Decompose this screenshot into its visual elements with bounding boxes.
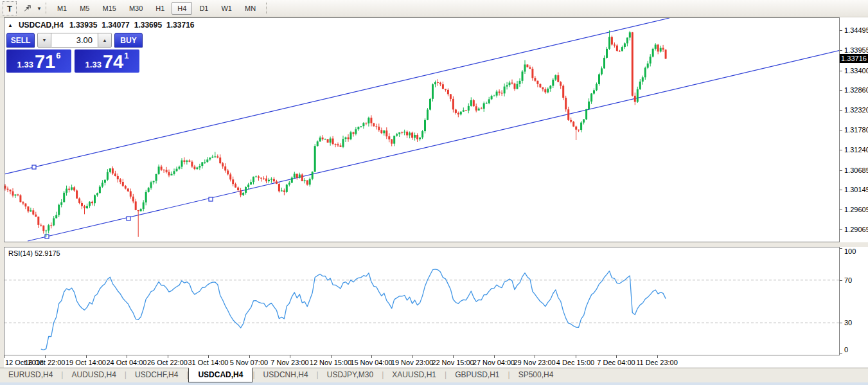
price-axis-label: 1.32320 xyxy=(844,106,868,114)
arrows-tool-icon xyxy=(22,4,33,13)
sell-quote[interactable]: 1.33 71 6 xyxy=(6,49,71,73)
buy-price-sup: 1 xyxy=(124,51,128,60)
channel-handle[interactable] xyxy=(127,217,130,220)
time-axis-tick xyxy=(371,355,372,358)
channel-handle[interactable] xyxy=(45,235,49,238)
rsi-axis-tick xyxy=(840,280,842,281)
rsi-axis-label: 70 xyxy=(844,276,852,285)
timeframe-button-d1[interactable]: D1 xyxy=(193,2,214,15)
price-axis-label: 1.33955 xyxy=(844,46,868,55)
chart-tab-eurusd-h4[interactable]: EURUSD,H4 xyxy=(0,368,61,382)
rsi-canvas[interactable]: RSI(14) 52.9175 xyxy=(4,247,840,355)
time-axis[interactable]: 12 Oct 201816 Oct 22:0019 Oct 14:0024 Oc… xyxy=(4,355,868,368)
price-axis-label: 1.31240 xyxy=(844,146,868,154)
volume-decrease-button[interactable]: ▼ xyxy=(37,33,51,48)
price-axis-label: 1.29065 xyxy=(844,226,868,234)
timeframe-button-h1[interactable]: H1 xyxy=(150,2,170,15)
rsi-value: 52.9175 xyxy=(35,249,60,257)
price-axis-label: 1.30145 xyxy=(844,186,868,194)
price-axis-tick xyxy=(840,90,842,91)
text-tool-button[interactable]: T xyxy=(3,1,17,15)
time-axis-tick xyxy=(331,355,332,358)
current-price-tag: 1.33716 xyxy=(840,54,868,63)
time-axis-tick xyxy=(412,355,413,358)
rsi-axis-label: 30 xyxy=(844,319,852,327)
channel-handle[interactable] xyxy=(32,165,36,169)
sell-price-sup: 6 xyxy=(56,51,60,60)
timeframe-button-group: M1M5M15M30H1H4D1W1MN xyxy=(51,2,262,15)
sell-button[interactable]: SELL xyxy=(6,33,35,48)
time-axis-tick xyxy=(453,355,454,358)
timeframe-button-m1[interactable]: M1 xyxy=(51,2,73,15)
price-axis-tick xyxy=(840,190,842,190)
time-axis-tick xyxy=(535,355,535,358)
time-axis-tick xyxy=(127,355,127,358)
timeframe-button-w1[interactable]: W1 xyxy=(215,2,238,15)
ohlc-close: 1.33716 xyxy=(166,21,194,30)
chart-tab-usdcad-h4[interactable]: USDCAD,H4 xyxy=(188,368,252,382)
toolbar: T ▼ M1M5M15M30H1H4D1W1MN xyxy=(0,0,868,17)
price-axis-tick xyxy=(840,30,842,31)
time-axis-tick xyxy=(208,355,209,358)
ohlc-open: 1.33935 xyxy=(69,21,97,30)
text-tool-icon: T xyxy=(7,4,12,13)
chart-tab-usdjpy-m30[interactable]: USDJPY,M30 xyxy=(319,368,382,382)
buy-button[interactable]: BUY xyxy=(114,33,143,48)
price-axis-label: 1.29605 xyxy=(844,206,868,214)
price-axis-label: 1.32860 xyxy=(844,86,868,94)
timeframe-button-h4[interactable]: H4 xyxy=(172,2,192,15)
buy-price-small: 1.33 xyxy=(85,60,102,69)
price-axis-tick xyxy=(840,150,842,150)
rsi-axis-label: 100 xyxy=(844,247,856,256)
time-axis-tick xyxy=(494,355,495,358)
rsi-name: RSI(14) xyxy=(8,249,33,257)
ohlc-low: 1.33695 xyxy=(134,21,162,30)
window-bottom-strip xyxy=(0,382,868,385)
chart-title: ▲ USDCAD,H4 1.33935 1.34077 1.33695 1.33… xyxy=(8,21,195,30)
time-axis-label: 11 Dec 23:00 xyxy=(630,359,684,366)
timeframe-button-mn[interactable]: MN xyxy=(239,2,261,15)
timeframe-button-m15[interactable]: M15 xyxy=(96,2,121,15)
price-axis-tick xyxy=(840,130,842,130)
time-axis-tick xyxy=(576,355,576,358)
time-axis-tick xyxy=(45,355,46,358)
volume-increase-button[interactable]: ▲ xyxy=(98,33,112,48)
ohlc-high: 1.34077 xyxy=(102,21,129,30)
price-axis-label: 1.31780 xyxy=(844,126,868,134)
volume-input[interactable] xyxy=(51,33,98,48)
chart-tab-audusd-h4[interactable]: AUDUSD,H4 xyxy=(63,368,124,382)
time-axis-tick xyxy=(249,355,250,358)
volume-stepper: ▼ ▲ xyxy=(37,33,112,48)
price-axis-tick xyxy=(840,50,842,51)
chart-tab-usdchf-h4[interactable]: USDCHF,H4 xyxy=(127,368,186,382)
sell-price-big: 71 xyxy=(35,52,55,71)
timeframe-button-m5[interactable]: M5 xyxy=(74,2,95,15)
chart-tab-usdcnh-h4[interactable]: USDCNH,H4 xyxy=(255,368,317,382)
chart-tab-xauusd-h1[interactable]: XAUUSD,H1 xyxy=(384,368,445,382)
rsi-axis-tick xyxy=(840,323,842,323)
one-click-trading-panel: SELL ▼ ▲ BUY 1.33 71 6 1.33 74 1 xyxy=(6,33,143,73)
price-axis-tick xyxy=(840,71,842,71)
rsi-axis-tick xyxy=(840,354,842,354)
chart-tab-sp500-h4[interactable]: SP500,H4 xyxy=(510,368,562,382)
toolbar-separator xyxy=(266,3,267,14)
sell-price-small: 1.33 xyxy=(17,60,33,69)
chart-tab-bar: EURUSD,H4|AUDUSD,H4|USDCHF,H4|USDCAD,H4|… xyxy=(0,368,868,383)
chart-symbol-label: USDCAD,H4 xyxy=(19,21,64,30)
price-axis-tick xyxy=(840,210,842,210)
price-axis[interactable]: 1.344951.339551.334001.328601.323201.317… xyxy=(840,17,868,242)
toolbar-separator xyxy=(46,3,47,14)
arrows-dropdown-caret-icon[interactable]: ▼ xyxy=(37,6,42,12)
buy-quote[interactable]: 1.33 74 1 xyxy=(75,49,139,73)
time-axis-tick xyxy=(86,355,87,358)
rsi-axis[interactable]: 10070300 xyxy=(840,247,868,355)
rsi-axis-label: 0 xyxy=(844,346,848,354)
channel-handle[interactable] xyxy=(209,197,213,201)
chart-tab-gbpusd-h1[interactable]: GBPUSD,H1 xyxy=(447,368,508,382)
rsi-indicator-label: RSI(14) 52.9175 xyxy=(8,249,60,257)
time-axis-tick xyxy=(168,355,168,358)
price-axis-label: 1.33400 xyxy=(844,67,868,75)
arrows-tool-button[interactable] xyxy=(19,2,36,15)
price-axis-tick xyxy=(840,110,842,111)
timeframe-button-m30[interactable]: M30 xyxy=(123,2,148,15)
